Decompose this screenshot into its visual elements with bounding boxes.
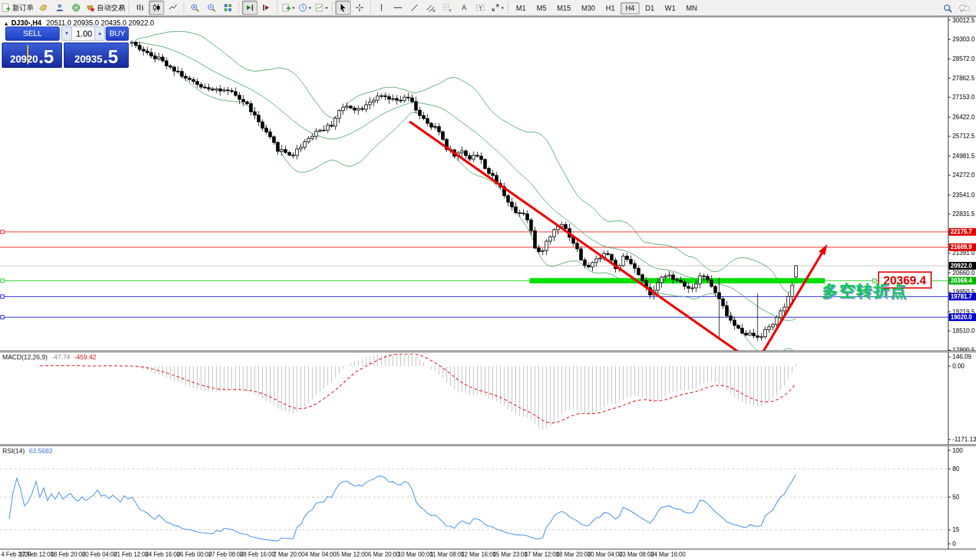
buy-button[interactable]: BUY: [106, 27, 129, 41]
tile-windows-button[interactable]: [220, 1, 236, 15]
collapse-triangle-icon[interactable]: ▲: [4, 21, 9, 27]
svg-text:25712.5: 25712.5: [952, 132, 975, 139]
sell-button[interactable]: SELL: [5, 27, 60, 41]
search-button[interactable]: [940, 1, 955, 15]
zoom-out-button[interactable]: [204, 1, 219, 15]
auto-scroll-button[interactable]: [242, 1, 257, 15]
svg-text:23541.0: 23541.0: [952, 191, 975, 198]
timeframe-w1[interactable]: W1: [660, 2, 680, 14]
time-axis-label: 11 Mar 08:00: [430, 551, 464, 558]
market-watch-icon: [38, 3, 48, 12]
svg-text:27862.5: 27862.5: [952, 74, 975, 81]
one-click-trading-panel: SELL ▼ ▲ BUY 20920 .5 20935 .5: [1, 27, 130, 80]
macd-main-value: -47.74: [51, 353, 70, 361]
time-axis-label: 18 Mar 20:00: [556, 551, 591, 558]
indicators-button[interactable]: ▾: [280, 1, 296, 15]
rsi-panel: 1008050150 RSI(14)63.5683: [0, 446, 976, 549]
periods-button[interactable]: ▾: [297, 1, 312, 15]
fibonacci-button[interactable]: F: [440, 1, 455, 15]
volume-decrease-button[interactable]: ▼: [61, 27, 72, 41]
timeframe-m30[interactable]: M30: [577, 2, 600, 14]
svg-text:80: 80: [952, 465, 959, 472]
community-button[interactable]: [957, 1, 972, 15]
crosshair-icon: [355, 3, 364, 12]
bar-chart-button[interactable]: [132, 1, 148, 15]
svg-text:30012.5: 30012.5: [952, 17, 975, 24]
horizontal-line-icon: [393, 3, 403, 12]
chat-bubbles-icon: [958, 4, 970, 14]
sell-price-frac: .5: [38, 49, 54, 66]
time-axis-label: 21 Feb 12:00: [114, 551, 149, 558]
time-axis-label: 17 Feb 12:00: [19, 551, 54, 558]
toolbar-separator: [129, 2, 129, 14]
svg-text:20660.0: 20660.0: [952, 269, 975, 276]
candle-chart-button[interactable]: [149, 1, 164, 15]
timeframe-d1[interactable]: D1: [641, 2, 659, 14]
svg-text:146.09: 146.09: [952, 353, 971, 360]
text-button[interactable]: A: [456, 1, 472, 15]
time-axis-label: 24 Feb 16:00: [145, 551, 180, 558]
trend-line-button[interactable]: [407, 1, 422, 15]
equidistant-channel-icon: E: [426, 3, 436, 12]
chart-shift-button[interactable]: [259, 1, 274, 15]
time-axis-label: 10 Mar 00:00: [398, 551, 433, 558]
tile-windows-icon: [223, 3, 233, 12]
timeframe-switcher: M1M5M15M30H1H4D1W1MN: [511, 2, 703, 14]
templates-button[interactable]: ▾: [314, 1, 329, 15]
arrows-icon: [491, 3, 500, 12]
svg-text:22175.7: 22175.7: [951, 228, 972, 235]
cursor-button[interactable]: [335, 1, 351, 15]
svg-text:18510.0: 18510.0: [952, 327, 975, 334]
market-watch-button[interactable]: [35, 1, 51, 15]
equidistant-channel-button[interactable]: E: [423, 1, 439, 15]
chart-shift-icon: [262, 3, 271, 12]
line-chart-button[interactable]: [165, 1, 181, 15]
timeframe-mn[interactable]: MN: [681, 2, 702, 14]
buy-price-button[interactable]: 20935 .5: [64, 42, 129, 68]
time-axis-label: 20 Mar 04:00: [587, 551, 622, 558]
indicators-icon: [282, 3, 291, 12]
time-axis[interactable]: 4 Feb 202017 Feb 12:0018 Feb 20:0020 Feb…: [0, 549, 976, 560]
time-axis-label: 18 Feb 20:00: [51, 551, 86, 558]
macd-plot-area[interactable]: 146.090.00-1171.13: [0, 352, 976, 444]
sell-price-button[interactable]: 20920 .5: [2, 42, 62, 68]
mt4-terminal: 新订单 自动交易: [0, 0, 976, 560]
time-axis-label: 24 Mar 16:00: [651, 551, 686, 558]
chevron-down-icon: ▾: [309, 5, 311, 11]
signals-button[interactable]: [68, 1, 84, 15]
chevron-down-icon: ▾: [501, 5, 504, 11]
timeframe-h1[interactable]: H1: [601, 2, 619, 14]
svg-text:26422.0: 26422.0: [952, 113, 975, 120]
turning-point-annotation[interactable]: 多空转折点: [822, 280, 908, 302]
navigator-icon: [55, 3, 64, 12]
text-label-button[interactable]: T: [473, 1, 488, 15]
time-axis-label: 12 Mar 16:00: [461, 551, 496, 558]
vertical-line-button[interactable]: [374, 1, 389, 15]
timeframe-h4[interactable]: H4: [621, 2, 639, 14]
bar-chart-icon: [135, 3, 145, 12]
auto-trading-label: 自动交易: [97, 3, 125, 13]
timeframe-m5[interactable]: M5: [532, 2, 551, 14]
navigator-button[interactable]: [52, 1, 67, 15]
arrows-button[interactable]: ▾: [489, 1, 505, 15]
rsi-value: 63.5683: [29, 447, 53, 454]
buy-price-frac: .5: [103, 49, 118, 66]
svg-text:27153.0: 27153.0: [952, 93, 975, 100]
sell-price-main: 20920: [10, 54, 38, 66]
zoom-in-button[interactable]: [187, 1, 203, 15]
chart-window: 30012.529303.028572.027862.527153.026422…: [0, 17, 976, 351]
signals-icon: [71, 3, 81, 12]
horizontal-line-button[interactable]: [390, 1, 406, 15]
auto-trading-button[interactable]: 自动交易: [85, 1, 126, 15]
time-axis-label: 6 Mar 20:00: [368, 551, 399, 558]
new-order-button[interactable]: 新订单: [1, 1, 34, 15]
timeframe-m15[interactable]: M15: [552, 2, 575, 14]
search-icon: [943, 4, 953, 14]
crosshair-button[interactable]: [352, 1, 367, 15]
svg-text:100: 100: [952, 447, 963, 454]
rsi-plot-area[interactable]: 1008050150: [0, 446, 976, 549]
volume-input[interactable]: [71, 27, 95, 41]
svg-text:E: E: [433, 9, 435, 12]
timeframe-m1[interactable]: M1: [511, 2, 531, 14]
volume-increase-button[interactable]: ▲: [94, 27, 105, 41]
